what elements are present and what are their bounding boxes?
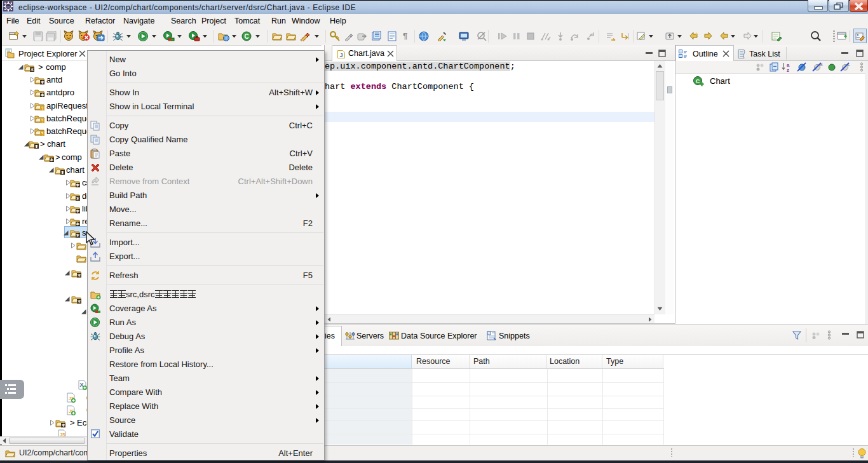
svg-text:C: C: [696, 78, 700, 84]
svg-text:C: C: [244, 33, 248, 40]
svg-text:z: z: [787, 67, 789, 72]
svg-text:J: J: [339, 52, 342, 58]
